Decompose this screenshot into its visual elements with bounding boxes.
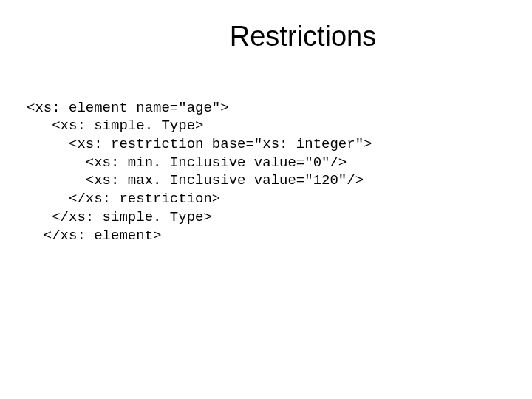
- code-line: <xs: min. Inclusive value="0"/>: [27, 154, 347, 171]
- code-line: <xs: restriction base="xs: integer">: [27, 136, 372, 152]
- code-block: <xs: element name="age"> <xs: simple. Ty…: [27, 81, 505, 263]
- slide-title: Restrictions: [27, 21, 505, 52]
- slide-container: Restrictions <xs: element name="age"> <x…: [0, 0, 532, 399]
- code-line: </xs: element>: [27, 228, 161, 244]
- code-line: </xs: simple. Type>: [27, 209, 212, 225]
- code-line: </xs: restriction>: [27, 191, 220, 207]
- code-line: <xs: max. Inclusive value="120"/>: [27, 172, 364, 188]
- code-line: <xs: simple. Type>: [27, 117, 203, 134]
- code-line: <xs: element name="age">: [27, 100, 229, 116]
